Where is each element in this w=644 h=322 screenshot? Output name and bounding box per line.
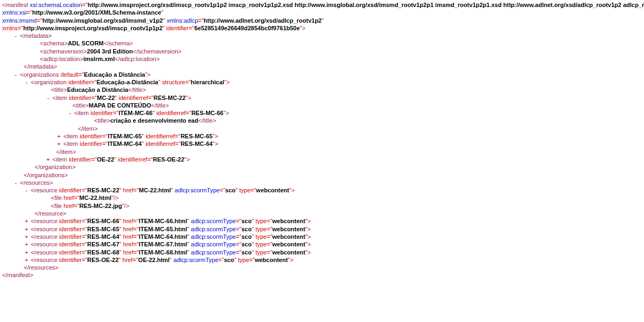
item-collapsed[interactable]: + <item identifier="ITEM-MC-65" identifi… (2, 132, 642, 140)
resource-collapsed[interactable]: + <resource identifier="RES-MC-65" href=… (2, 225, 642, 233)
file-2: <file href="RES-MC-22.jpg"/> (2, 202, 642, 210)
item-collapsed[interactable]: + <item identifier="ITEM-MC-64" identifi… (2, 140, 642, 147)
expand-icon[interactable]: + (45, 156, 51, 163)
expand-icon[interactable]: + (24, 256, 29, 264)
manifest-open: <manifest xsi:schemaLocation="http://www… (2, 1, 642, 9)
file-1: <file href="MC-22.html"/> (2, 194, 642, 202)
item-mc66[interactable]: - <item identifier="ITEM-MC-66" identifi… (2, 109, 642, 117)
organization-close: </organization> (2, 163, 642, 171)
manifest-open-2: xmlns:xsi="http://www.w3.org/2001/XMLSch… (2, 9, 642, 16)
item-mc66-close: </item> (2, 125, 642, 132)
schema: <schema>ADL SCORM</schema> (2, 39, 642, 47)
resources-open[interactable]: - <resources> (2, 179, 642, 186)
collapse-icon[interactable]: - (24, 186, 29, 194)
item-mc22[interactable]: - <item identifier="MC-22" identifierref… (2, 94, 642, 102)
collapse-icon[interactable]: - (13, 71, 18, 78)
org-title: <title>Educação a Distância</title> (2, 86, 642, 93)
metadata-open[interactable]: - <metadata> (2, 32, 642, 39)
item-mc66-title: <title>criação e desenvolvimento ead</ti… (2, 117, 642, 124)
expand-icon[interactable]: + (24, 240, 29, 248)
resource-mc22-close: </resource> (2, 210, 642, 217)
collapse-icon[interactable]: - (13, 32, 18, 39)
resource-mc22[interactable]: - <resource identifier="RES-MC-22" href=… (2, 186, 642, 194)
expand-icon[interactable]: + (56, 132, 62, 140)
collapse-icon[interactable]: - (67, 109, 72, 117)
expand-icon[interactable]: + (56, 140, 62, 147)
organizations-close: </organizations> (2, 171, 642, 179)
resource-collapsed[interactable]: + <resource identifier="RES-MC-64" href=… (2, 233, 642, 240)
xml-document: <manifest xsi:schemaLocation="http://www… (2, 1, 642, 279)
item-mc22-close: </item> (2, 148, 642, 156)
manifest-open-4: xmlns="http://www.imsproject.org/xsd/ims… (2, 24, 642, 32)
expand-icon[interactable]: + (24, 233, 29, 240)
item-mc22-title: <title>MAPA DE CONTEÚDO</title> (2, 102, 642, 109)
resources-close: </resources> (2, 264, 642, 271)
manifest-open-3: xmlns:imsmd="http://www.imsglobal.org/xs… (2, 17, 642, 24)
expand-icon[interactable]: + (24, 225, 29, 233)
organizations-open[interactable]: - <organizations default="Educação a Dis… (2, 71, 642, 78)
expand-icon[interactable]: + (24, 217, 29, 225)
metadata-close: </metadata> (2, 63, 642, 70)
adlcp-location: <adlcp:location>imslrm.xml</adlcp:locati… (2, 55, 642, 63)
collapse-icon[interactable]: - (13, 179, 18, 186)
resource-collapsed[interactable]: + <resource identifier="RES-OE-22" href=… (2, 256, 642, 264)
resource-collapsed[interactable]: + <resource identifier="RES-MC-66" href=… (2, 217, 642, 225)
manifest-close: </manifest> (2, 271, 642, 279)
expand-icon[interactable]: + (24, 249, 29, 256)
collapse-icon[interactable]: - (24, 78, 29, 86)
collapse-icon[interactable]: - (45, 94, 51, 102)
resource-collapsed[interactable]: + <resource identifier="RES-MC-67" href=… (2, 240, 642, 248)
resource-collapsed[interactable]: + <resource identifier="RES-MC-68" href=… (2, 249, 642, 256)
item-oe22[interactable]: + <item identifier="OE-22" identifierref… (2, 156, 642, 163)
schemaversion: <schemaversion>2004 3rd Edition</schemav… (2, 48, 642, 55)
organization-open[interactable]: - <organization identifier="Educação-a-D… (2, 78, 642, 86)
